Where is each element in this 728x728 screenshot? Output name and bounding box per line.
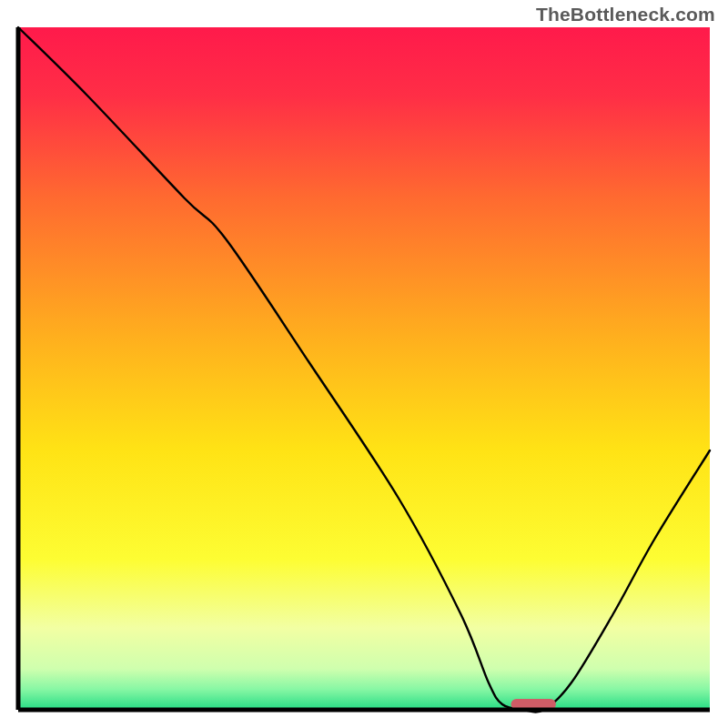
watermark-text: TheBottleneck.com — [536, 4, 715, 25]
bottleneck-chart: TheBottleneck.com — [0, 0, 728, 728]
chart-svg — [0, 0, 728, 728]
plot-background — [18, 27, 710, 710]
